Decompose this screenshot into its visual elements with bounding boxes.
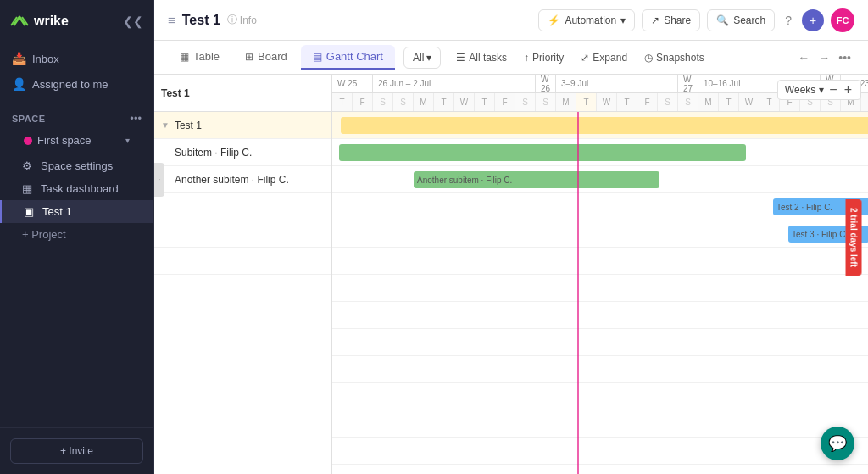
week-3jul: 3–9 Jul [556, 75, 678, 92]
sidebar-collapse-btn[interactable]: ❮❮ [123, 14, 143, 28]
search-label: Search [733, 14, 765, 26]
page-title: Test 1 [182, 13, 220, 28]
trial-badge[interactable]: 2 trial days left [845, 198, 861, 275]
tab-gantt[interactable]: ▤ Gantt Chart [301, 45, 395, 70]
space-section-header: Space ••• [12, 112, 142, 125]
day-cell-weekend: S [658, 93, 678, 111]
gantt-row-empty-6 [332, 410, 868, 438]
inbox-label: Inbox [32, 53, 59, 65]
invite-button[interactable]: + Invite [10, 438, 143, 464]
search-icon: 🔍 [716, 14, 729, 26]
tab-all-dropdown[interactable]: All ▾ [403, 47, 441, 69]
sidebar-nav: 📥 Inbox 👤 Assigned to me [0, 42, 153, 100]
sidebar-section-space: Space ••• First space ▾ [0, 100, 153, 154]
gantt-container: Test 1 ‹ ▼ Test 1 Subitem · Filip C. Ano… [154, 75, 868, 474]
space-section-more[interactable]: ••• [130, 112, 142, 125]
sidebar-item-inbox[interactable]: 📥 Inbox [0, 46, 153, 71]
help-button[interactable]: ? [782, 10, 795, 31]
space-name: First space [37, 134, 120, 147]
day-cell: W [739, 93, 760, 111]
task-row-name-test3 [154, 220, 331, 248]
info-button[interactable]: ⓘ Info [227, 13, 257, 27]
gantt-row-test2: Test 2 · Filip C. [332, 193, 868, 220]
day-cell: T [861, 93, 868, 111]
task-name-column: Test 1 ‹ ▼ Test 1 Subitem · Filip C. Ano… [154, 75, 332, 474]
task-row-name-subitem1: Subitem · Filip C. [154, 139, 331, 166]
tab-table[interactable]: ▦ Table [168, 45, 231, 70]
first-space-item[interactable]: First space ▾ [12, 130, 142, 151]
settings-icon: ⚙ [22, 159, 34, 172]
day-cell: F [495, 93, 515, 111]
day-cell-weekend: S [393, 93, 414, 111]
automation-label: Automation [565, 14, 616, 26]
toolbar-actions: ☰ All tasks ↑ Priority ⤢ Expand ◷ Snapsh… [449, 48, 710, 67]
user-avatar[interactable]: FC [831, 8, 854, 32]
zoom-out-btn[interactable]: − [827, 82, 838, 98]
gantt-collapse-handle[interactable]: ‹ [154, 163, 164, 197]
tab-all-label: All [413, 52, 424, 64]
invite-label: + Invite [60, 445, 93, 457]
help-icon: ? [785, 14, 792, 27]
zoom-in-btn[interactable]: + [843, 82, 854, 98]
bar-test2-label: Test 2 · Filip C. [773, 203, 832, 212]
topbar-left: ≡ Test 1 ⓘ Info [168, 13, 257, 28]
expand-icon-test1[interactable]: ▼ [161, 120, 170, 130]
sidebar-item-test1[interactable]: ▣ Test 1 [0, 200, 153, 223]
task-row-name-test1: ▼ Test 1 [154, 112, 331, 139]
priority-icon: ↑ [524, 52, 529, 64]
gantt-scroll-area[interactable]: Weeks ▾ − + W 25 26 Jun – 2 Jul W 26 3–9… [332, 75, 868, 474]
day-cell: M [556, 93, 576, 111]
expand-btn[interactable]: ⤢ Expand [574, 48, 634, 67]
automation-button[interactable]: ⚡ Automation ▾ [538, 9, 635, 31]
snapshots-btn[interactable]: ◷ Snapshots [637, 48, 711, 67]
sidebar-item-task-dashboard[interactable]: ▦ Task dashboard [0, 177, 153, 200]
tab-board[interactable]: ⊞ Board [233, 45, 299, 70]
nav-forward-btn[interactable]: → [815, 47, 833, 68]
logo-area: wrike [10, 12, 69, 31]
snapshots-label: Snapshots [656, 52, 704, 64]
info-icon: ⓘ [227, 13, 237, 27]
test1-icon: ▣ [24, 205, 36, 218]
info-label: Info [240, 14, 257, 26]
day-cell-today: T [576, 93, 597, 111]
day-cell: W [454, 93, 475, 111]
gantt-row-subitem1 [332, 139, 868, 166]
share-icon: ↗ [651, 14, 659, 26]
add-project-label: + Project [22, 228, 66, 241]
day-cell: T [475, 93, 495, 111]
add-project-btn[interactable]: + Project [0, 223, 153, 246]
sidebar-footer: + Invite [0, 427, 153, 474]
gantt-row-empty-4 [332, 356, 868, 383]
gantt-bar-subitem1[interactable] [339, 144, 746, 161]
add-button[interactable]: + [802, 9, 824, 31]
chat-icon: 💬 [828, 434, 847, 453]
toolbar-more-btn[interactable]: ••• [835, 47, 854, 68]
topbar: ≡ Test 1 ⓘ Info ⚡ Automation ▾ ↗ Share 🔍… [154, 0, 868, 41]
weeks-selector: Weeks ▾ − + [777, 80, 861, 100]
gantt-row-empty-5 [332, 383, 868, 410]
priority-btn[interactable]: ↑ Priority [517, 48, 570, 67]
gantt-task-header-label: Test 1 [161, 87, 190, 99]
gantt-row-empty-1 [332, 275, 868, 302]
share-button[interactable]: ↗ Share [642, 9, 700, 31]
tabbar: ▦ Table ⊞ Board ▤ Gantt Chart All ▾ ☰ Al… [154, 41, 868, 75]
sidebar-item-assigned[interactable]: 👤 Assigned to me [0, 71, 153, 97]
week-w25: W 25 [332, 75, 373, 92]
all-tasks-btn[interactable]: ☰ All tasks [449, 48, 514, 67]
gantt-row-empty-7 [332, 438, 868, 465]
week-w27: W 27 [678, 75, 698, 92]
bar-test3-label: Test 3 · Filip C. [788, 230, 848, 239]
nav-back-btn[interactable]: ← [794, 47, 813, 68]
chat-fab[interactable]: 💬 [821, 427, 854, 460]
gantt-bar-test1[interactable] [341, 117, 868, 134]
search-button[interactable]: 🔍 Search [707, 9, 775, 31]
week-26jun: 26 Jun – 2 Jul [373, 75, 536, 92]
sidebar-item-space-settings[interactable]: ⚙ Space settings [0, 154, 153, 177]
day-cell: F [353, 93, 373, 111]
task-label-another-subitem: Another subitem · Filip C. [175, 174, 289, 186]
task-label-subitem1: Subitem · Filip C. [175, 147, 252, 159]
gantt-row-empty-2 [332, 302, 868, 329]
gantt-bar-another-subitem[interactable]: Another subitem · Filip C. [414, 171, 659, 188]
day-cell-weekend: S [678, 93, 698, 111]
task-row-name-another-subitem: Another subitem · Filip C. [154, 166, 331, 193]
